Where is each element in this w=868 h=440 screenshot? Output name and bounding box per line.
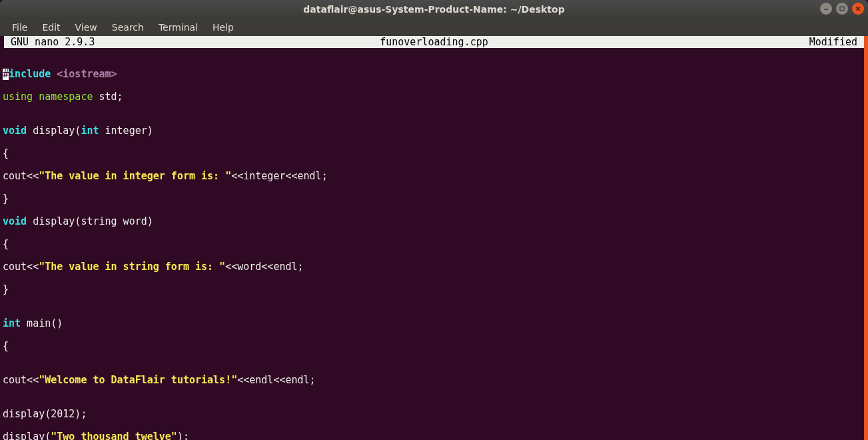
keyword-namespace: namespace xyxy=(39,91,93,103)
nano-status: Modified xyxy=(809,36,863,48)
code-line: { xyxy=(3,239,865,250)
nano-header-bar: GNU nano 2.9.3 funoverloading.cpp Modifi… xyxy=(4,36,864,48)
string-literal: "Two thousand twelve" xyxy=(51,431,177,440)
keyword-int: int xyxy=(81,125,99,137)
maximize-button[interactable] xyxy=(836,3,848,15)
minimize-icon xyxy=(823,6,829,11)
code-line: display(2012); xyxy=(3,409,865,420)
menu-edit[interactable]: Edit xyxy=(35,19,67,35)
code-line: void display(int integer) xyxy=(3,125,865,137)
menubar: File Edit View Search Terminal Help xyxy=(0,19,868,36)
code-line: } xyxy=(3,284,865,295)
close-button[interactable] xyxy=(852,3,864,15)
close-icon xyxy=(855,6,861,11)
nano-filename: funoverloading.cpp xyxy=(380,36,488,48)
menu-view[interactable]: View xyxy=(69,19,104,35)
scrollbar[interactable] xyxy=(864,36,868,440)
code-line: { xyxy=(3,341,865,352)
svg-rect-1 xyxy=(840,7,844,11)
menu-file[interactable]: File xyxy=(5,19,34,35)
code-line: cout<<"Welcome to DataFlair tutorials!"<… xyxy=(3,375,865,386)
keyword-using: using xyxy=(3,91,33,103)
string-literal: "The value in string form is: " xyxy=(39,261,225,273)
menu-terminal[interactable]: Terminal xyxy=(152,19,205,35)
keyword-void: void xyxy=(3,125,27,137)
include-header: <iostream> xyxy=(57,68,117,80)
cursor: # xyxy=(3,69,9,80)
menu-search[interactable]: Search xyxy=(105,19,151,35)
menu-help[interactable]: Help xyxy=(206,19,240,35)
code-line: using namespace std; xyxy=(3,91,865,103)
keyword-void: void xyxy=(3,215,27,227)
keyword-int: int xyxy=(3,317,21,329)
nano-version: GNU nano 2.9.3 xyxy=(5,36,95,48)
code-line: #include <iostream> xyxy=(3,69,865,80)
code-line: { xyxy=(3,148,865,159)
code-line: cout<<"The value in string form is: "<<w… xyxy=(3,261,865,273)
maximize-icon xyxy=(839,6,845,11)
code-line: display("Two thousand twelve"); xyxy=(3,431,865,440)
string-literal: "Welcome to DataFlair tutorials!" xyxy=(39,374,237,386)
code-line: cout<<"The value in integer form is: "<<… xyxy=(3,171,865,182)
minimize-button[interactable] xyxy=(820,3,832,15)
editor-area[interactable]: #include <iostream> using namespace std;… xyxy=(0,48,868,440)
string-literal: "The value in integer form is: " xyxy=(39,170,231,182)
keyword-include: include xyxy=(9,68,51,80)
window-controls xyxy=(820,3,864,15)
window-titlebar: dataflair@asus-System-Product-Name: ~/De… xyxy=(0,0,868,19)
window-title: dataflair@asus-System-Product-Name: ~/De… xyxy=(303,4,564,15)
code-line: int main() xyxy=(3,318,865,329)
code-line: void display(string word) xyxy=(3,216,865,227)
code-line: } xyxy=(3,193,865,205)
